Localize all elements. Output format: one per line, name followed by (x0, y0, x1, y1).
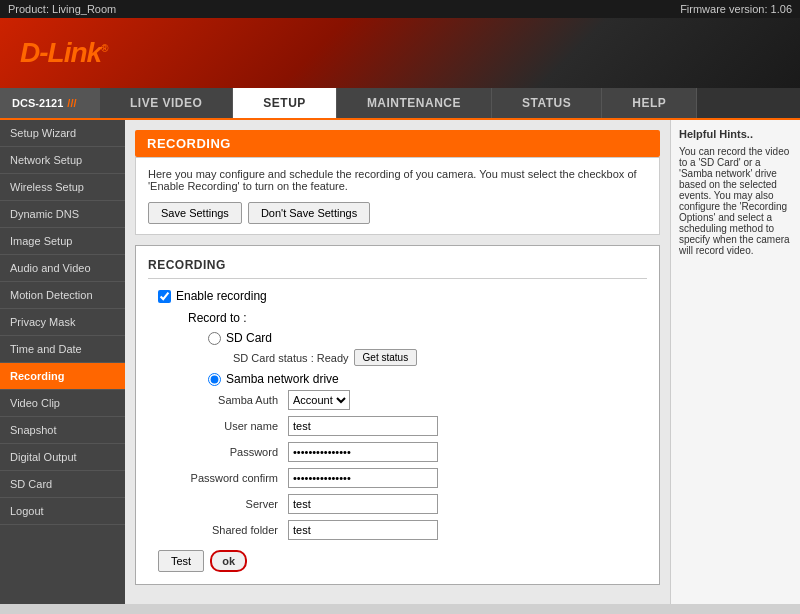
password-confirm-label: Password confirm (168, 472, 288, 484)
tab-setup[interactable]: SETUP (233, 88, 337, 118)
record-to-label: Record to : (188, 311, 247, 325)
tab-maintenance[interactable]: MAINTENANCE (337, 88, 492, 118)
top-bar: Product: Living_Room Firmware version: 1… (0, 0, 800, 18)
username-row: User name (148, 416, 647, 436)
sidebar: Setup Wizard Network Setup Wireless Setu… (0, 120, 125, 604)
password-label: Password (168, 446, 288, 458)
get-status-button[interactable]: Get status (354, 349, 418, 366)
sidebar-item-time-date[interactable]: Time and Date (0, 336, 125, 363)
shared-folder-input[interactable] (288, 520, 438, 540)
sd-card-radio[interactable] (208, 332, 221, 345)
product-label: Product: Living_Room (8, 3, 116, 15)
recording-form: RECORDING Enable recording Record to : S… (135, 245, 660, 585)
section-desc-box: Here you may configure and schedule the … (135, 157, 660, 235)
sidebar-item-sd-card[interactable]: SD Card (0, 471, 125, 498)
model-tab: DCS-2121 /// (0, 88, 100, 118)
help-panel: Helpful Hints.. You can record the video… (670, 120, 800, 604)
enable-recording-checkbox[interactable] (158, 290, 171, 303)
section-header-box: RECORDING (135, 130, 660, 157)
sd-status-row: SD Card status : Ready Get status (148, 349, 647, 366)
ok-button[interactable]: ok (210, 550, 247, 572)
sidebar-item-network-setup[interactable]: Network Setup (0, 147, 125, 174)
password-input[interactable] (288, 442, 438, 462)
sidebar-item-recording[interactable]: Recording (0, 363, 125, 390)
record-to-row: Record to : (148, 311, 647, 325)
password-confirm-input[interactable] (288, 468, 438, 488)
sidebar-item-snapshot[interactable]: Snapshot (0, 417, 125, 444)
section-btn-row: Save Settings Don't Save Settings (148, 202, 647, 224)
samba-radio[interactable] (208, 373, 221, 386)
shared-folder-label: Shared folder (168, 524, 288, 536)
section-description: Here you may configure and schedule the … (148, 168, 647, 192)
sd-card-row: SD Card (148, 331, 647, 345)
samba-auth-row: Samba Auth Account Guest (148, 390, 647, 410)
tab-status[interactable]: STATUS (492, 88, 602, 118)
samba-label: Samba network drive (226, 372, 339, 386)
sidebar-item-motion-detection[interactable]: Motion Detection (0, 282, 125, 309)
test-button[interactable]: Test (158, 550, 204, 572)
firmware-label: Firmware version: 1.06 (680, 3, 792, 15)
model-slashes: /// (67, 97, 76, 109)
main-layout: Setup Wizard Network Setup Wireless Setu… (0, 120, 800, 604)
enable-recording-row: Enable recording (148, 289, 647, 303)
content-area: RECORDING Here you may configure and sch… (125, 120, 670, 604)
tab-help[interactable]: HELP (602, 88, 697, 118)
username-label: User name (168, 420, 288, 432)
enable-recording-label: Enable recording (176, 289, 267, 303)
password-confirm-row: Password confirm (148, 468, 647, 488)
samba-auth-label: Samba Auth (168, 394, 288, 406)
logo: D-Link® (20, 37, 107, 69)
server-label: Server (168, 498, 288, 510)
save-settings-button[interactable]: Save Settings (148, 202, 242, 224)
sidebar-item-image-setup[interactable]: Image Setup (0, 228, 125, 255)
dont-save-settings-button[interactable]: Don't Save Settings (248, 202, 370, 224)
sidebar-item-privacy-mask[interactable]: Privacy Mask (0, 309, 125, 336)
server-input[interactable] (288, 494, 438, 514)
header: D-Link® (0, 18, 800, 88)
sd-status-text: SD Card status : Ready (228, 352, 349, 364)
sidebar-item-digital-output[interactable]: Digital Output (0, 444, 125, 471)
sidebar-item-wireless-setup[interactable]: Wireless Setup (0, 174, 125, 201)
server-row: Server (148, 494, 647, 514)
logo-text: D-Link (20, 37, 101, 68)
samba-auth-select[interactable]: Account Guest (288, 390, 350, 410)
sd-card-label: SD Card (226, 331, 272, 345)
password-row: Password (148, 442, 647, 462)
help-title: Helpful Hints.. (679, 128, 792, 140)
logo-reg: ® (101, 43, 107, 54)
sidebar-item-video-clip[interactable]: Video Clip (0, 390, 125, 417)
section-title: RECORDING (147, 136, 648, 151)
sidebar-item-logout[interactable]: Logout (0, 498, 125, 525)
sidebar-item-dynamic-dns[interactable]: Dynamic DNS (0, 201, 125, 228)
sidebar-item-setup-wizard[interactable]: Setup Wizard (0, 120, 125, 147)
recording-section-title: RECORDING (148, 258, 647, 279)
shared-folder-row: Shared folder (148, 520, 647, 540)
sidebar-item-audio-video[interactable]: Audio and Video (0, 255, 125, 282)
nav-tabs: DCS-2121 /// LIVE VIDEO SETUP MAINTENANC… (0, 88, 800, 120)
username-input[interactable] (288, 416, 438, 436)
bottom-btn-row: Test ok (148, 550, 647, 572)
tab-live-video[interactable]: LIVE VIDEO (100, 88, 233, 118)
samba-row: Samba network drive (148, 372, 647, 386)
help-text: You can record the video to a 'SD Card' … (679, 146, 792, 256)
model-name: DCS-2121 (12, 97, 63, 109)
